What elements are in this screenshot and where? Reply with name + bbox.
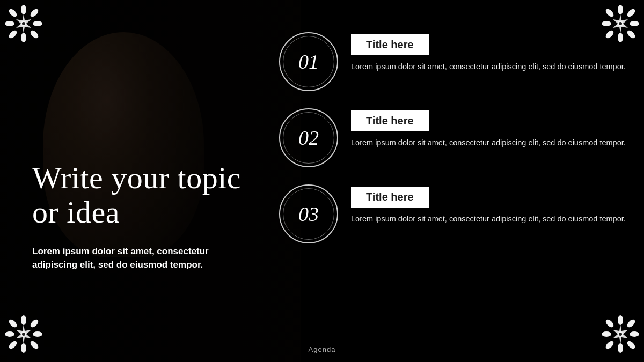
item-title-1: Title here [366,39,414,50]
corner-decoration-tr [601,4,640,47]
item-row-1: 01 Title here Lorem ipsum dolor sit amet… [279,32,633,91]
svg-point-42 [626,339,636,350]
svg-point-24 [21,315,26,325]
svg-point-6 [8,8,18,18]
circle-number-text-1: 01 [298,50,319,73]
svg-point-41 [604,339,615,350]
item-title-2: Title here [366,115,414,127]
item-text-2: Title here Lorem ipsum dolor sit amet, c… [351,108,633,149]
svg-point-10 [22,22,25,25]
svg-point-26 [5,331,14,337]
item-title-box-2: Title here [351,110,429,131]
item-description-2: Lorem ipsum dolor sit amet, consectetur … [351,137,633,149]
circle-number-text-2: 02 [298,126,319,150]
item-title-box-3: Title here [351,187,429,208]
corner-decoration-bl [4,315,43,358]
svg-point-36 [618,343,623,353]
svg-point-39 [604,318,615,329]
svg-point-9 [29,29,40,40]
item-title-3: Title here [366,191,414,203]
item-row-3: 03 Title here Lorem ipsum dolor sit amet… [279,184,633,243]
svg-point-27 [33,331,42,337]
svg-point-37 [602,331,611,337]
svg-point-15 [602,21,611,26]
svg-point-17 [604,8,615,18]
corner-decoration-tl [4,4,43,47]
svg-point-43 [619,333,622,336]
item-description-3: Lorem ipsum dolor sit amet, consectetur … [351,213,633,225]
left-content: Write your topic or idea Lorem ipsum dol… [32,161,252,272]
main-subtitle: Lorem ipsum dolor sit amet, consectetur … [32,245,252,272]
svg-point-2 [21,5,26,14]
svg-point-8 [8,29,18,40]
svg-point-30 [8,339,18,350]
item-row-2: 02 Title here Lorem ipsum dolor sit amet… [279,108,633,167]
svg-point-38 [630,331,639,337]
svg-point-25 [21,343,26,353]
slide: Write your topic or idea Lorem ipsum dol… [0,0,644,362]
corner-decoration-br [601,315,640,358]
main-title: Write your topic or idea [32,161,252,230]
circle-number-3: 03 [279,184,338,243]
svg-point-29 [29,318,40,329]
svg-point-5 [33,21,42,26]
svg-point-14 [618,33,623,42]
footer-label: Agenda [309,345,336,353]
item-title-box-1: Title here [351,34,429,55]
svg-point-7 [29,8,40,18]
svg-point-40 [626,318,636,329]
item-text-1: Title here Lorem ipsum dolor sit amet, c… [351,32,633,72]
svg-point-3 [21,33,26,42]
svg-point-28 [8,318,18,329]
svg-point-16 [630,21,639,26]
svg-point-31 [29,339,40,350]
svg-point-13 [618,5,623,14]
svg-point-20 [626,29,636,40]
svg-point-32 [22,333,25,336]
item-text-3: Title here Lorem ipsum dolor sit amet, c… [351,184,633,225]
right-content: 01 Title here Lorem ipsum dolor sit amet… [279,32,633,261]
svg-point-35 [618,315,623,325]
svg-point-21 [619,22,622,25]
circle-number-2: 02 [279,108,338,167]
svg-point-19 [604,29,615,40]
svg-point-18 [626,8,636,18]
circle-number-text-3: 03 [298,202,319,226]
item-description-1: Lorem ipsum dolor sit amet, consectetur … [351,61,633,72]
circle-number-1: 01 [279,32,338,91]
svg-point-4 [5,21,14,26]
